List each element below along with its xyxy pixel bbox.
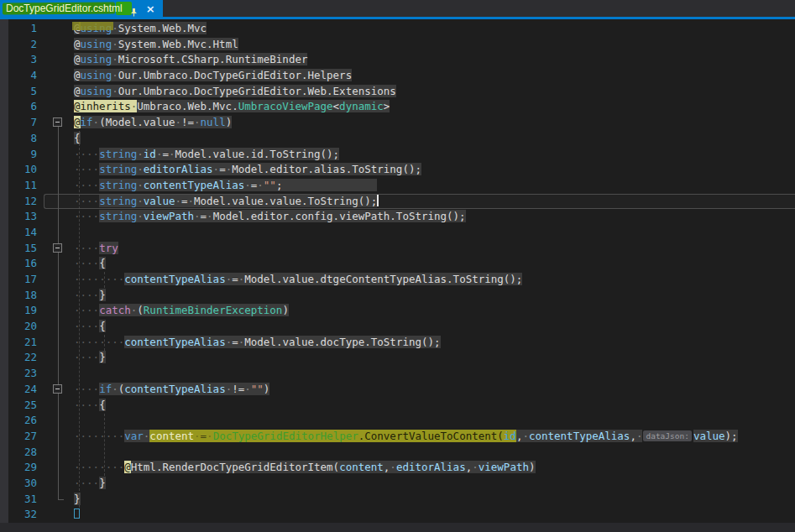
code-segment: System.Web.Mvc.Html	[118, 38, 238, 50]
code-segment: ····	[74, 179, 99, 191]
code-line[interactable]: 14	[0, 225, 795, 241]
code-line[interactable]: 20····{	[0, 319, 795, 335]
line-number: 32	[8, 507, 37, 523]
code-line[interactable]: 32	[0, 507, 795, 523]
code-line[interactable]: 13····string·viewPath·=·Model.editor.con…	[0, 209, 795, 225]
line-number: 19	[8, 303, 37, 319]
code-line[interactable]: 19····catch·(RuntimeBinderException)	[0, 303, 795, 319]
code-segment: ·	[112, 85, 118, 97]
code-line[interactable]: 3@using·Microsoft.CSharp.RuntimeBinder	[0, 52, 795, 68]
code-text: @using·Our.Umbraco.DocTypeGridEditor.Hel…	[65, 68, 352, 84]
line-number: 20	[8, 319, 37, 335]
code-line[interactable]: 1@using·System.Web.Mvc	[0, 21, 795, 37]
code-segment: {	[74, 132, 81, 144]
code-line[interactable]: 24····if·(contentTypeAlias·!=·"")	[0, 382, 795, 398]
outline-gutter	[37, 429, 65, 445]
code-line[interactable]: 23	[0, 366, 795, 382]
tab-doctypegrideditor[interactable]: DocTypeGridEditor.cshtml ×	[0, 0, 163, 17]
code-line[interactable]: 17········contentTypeAlias·=·Model.value…	[0, 272, 795, 288]
code-line[interactable]: 21········contentTypeAlias·=·Model.value…	[0, 335, 795, 351]
outline-gutter	[37, 366, 65, 382]
line-number: 28	[8, 445, 37, 461]
pin-icon[interactable]	[129, 4, 139, 13]
code-line[interactable]: 31}	[0, 492, 795, 508]
code-line[interactable]: 18····}	[0, 288, 795, 304]
outline-gutter	[37, 413, 65, 429]
outline-gutter	[37, 507, 65, 523]
code-segment: using	[81, 69, 112, 81]
line-number: 10	[8, 162, 37, 178]
outline-gutter	[37, 225, 65, 241]
code-segment: .ConvertValueToContent(	[358, 430, 504, 442]
code-line[interactable]: 10····string·editorAlias·=·Model.editor.…	[0, 162, 795, 178]
code-text: @using·System.Web.Mvc.Html	[65, 37, 238, 53]
code-line[interactable]: 12····string·value·=·Model.value.value.T…	[0, 194, 795, 210]
code-segment: ""	[264, 179, 276, 191]
fold-toggle[interactable]	[37, 382, 65, 398]
code-segment: null	[201, 116, 226, 128]
code-segment: DocTypeGridEditorHelper	[213, 430, 358, 442]
code-line[interactable]: 2@using·System.Web.Mvc.Html	[0, 37, 795, 53]
code-segment: UmbracoViewPage	[238, 100, 333, 112]
code-segment: }	[99, 477, 106, 489]
outline-gutter	[37, 460, 65, 476]
code-line[interactable]: 26	[0, 413, 795, 429]
horizontal-scrollbar-track[interactable]	[0, 523, 795, 532]
code-segment: Our.Umbraco.DocTypeGridEditor.Helpers	[118, 69, 352, 81]
code-line[interactable]: 29········@Html.RenderDocTypeGridEditorI…	[0, 460, 795, 476]
code-line[interactable]: 30····}	[0, 476, 795, 492]
code-line[interactable]: 8{	[0, 131, 795, 147]
close-icon[interactable]: ×	[145, 3, 156, 14]
code-line[interactable]: 15····try	[0, 241, 795, 257]
code-segment: {	[99, 399, 106, 411]
code-segment: }	[99, 289, 106, 301]
code-line[interactable]: 25····{	[0, 398, 795, 414]
line-number: 8	[8, 131, 37, 147]
code-segment: catch	[99, 304, 131, 316]
code-line[interactable]: 6@inherits·Umbraco.Web.Mvc.UmbracoViewPa…	[0, 99, 795, 115]
code-segment: ·=·	[194, 430, 213, 442]
code-segment: ····	[74, 289, 99, 301]
outline-gutter	[37, 256, 65, 272]
fold-toggle[interactable]	[37, 115, 65, 131]
code-text: ····{	[65, 398, 106, 414]
code-line[interactable]: 11····string·contentTypeAlias·=·"";	[0, 178, 795, 194]
code-line[interactable]: 4@using·Our.Umbraco.DocTypeGridEditor.He…	[0, 68, 795, 84]
code-segment: ·	[112, 69, 118, 81]
code-text: ····string·viewPath·=·Model.editor.confi…	[65, 209, 466, 225]
editor[interactable]: 1@using·System.Web.Mvc2@using·System.Web…	[0, 19, 795, 532]
code-segment: <	[333, 100, 340, 112]
code-text: ········contentTypeAlias·=·Model.value.d…	[65, 335, 441, 351]
code-segment: string	[99, 210, 137, 222]
code-segment: ····	[74, 163, 99, 175]
code-segment: if	[81, 116, 93, 128]
code-segment: ""	[251, 383, 264, 395]
code-segment: editorAlias	[144, 163, 213, 175]
code-text: ····string·contentTypeAlias·=·"";	[65, 178, 377, 194]
code-segment: string	[99, 163, 137, 175]
code-line[interactable]: 16····{	[0, 256, 795, 272]
code-line[interactable]: 9····string·id·=·Model.value.id.ToString…	[0, 147, 795, 163]
code-segment: ····	[74, 195, 99, 207]
code-line[interactable]: 7@if·(Model.value·!=·null)	[0, 115, 795, 131]
code-segment: ········	[74, 336, 124, 348]
outline-gutter	[37, 37, 65, 53]
outline-gutter	[37, 147, 65, 163]
outline-gutter	[37, 272, 65, 288]
code-segment: using	[81, 38, 112, 50]
code-line[interactable]: 28	[0, 445, 795, 461]
fold-toggle[interactable]	[37, 241, 65, 257]
code-segment: ·=·Model.value.dtgeContentTypeAlias.ToSt…	[226, 273, 523, 285]
code-segment: Umbraco.Web.Mvc.	[137, 100, 238, 112]
code-segment: contentTypeAlias	[124, 336, 225, 348]
code-text: ····}	[65, 476, 106, 492]
code-line[interactable]: 5@using·Our.Umbraco.DocTypeGridEditor.We…	[0, 84, 795, 100]
code-text: @using·Microsoft.CSharp.RuntimeBinder	[65, 52, 307, 68]
code-line[interactable]: 22····}	[0, 350, 795, 366]
code-line[interactable]: 27········var·content·=·DocTypeGridEdito…	[0, 429, 795, 445]
line-number: 23	[8, 366, 37, 382]
code-segment: ,·	[516, 430, 529, 442]
code-segment: contentTypeAlias	[144, 179, 244, 191]
outline-gutter	[37, 350, 65, 366]
outline-gutter	[37, 131, 65, 147]
